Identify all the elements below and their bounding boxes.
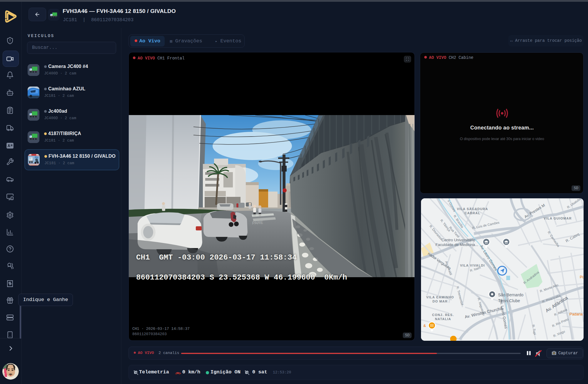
svg-text:Centro Universitário: Centro Universitário [442,238,475,242]
svg-text:CABRAL: CABRAL [465,211,480,215]
svg-text:VILA CAMINHO: VILA CAMINHO [426,295,454,299]
svg-text:São Bernardo: São Bernardo [498,292,524,297]
svg-text:&: & [423,323,426,328]
svg-text:NATALIA: NATALIA [435,317,451,321]
svg-text:VILA GUIOMAR: VILA GUIOMAR [544,217,572,220]
svg-text:Faculdade de Medicina...: Faculdade de Medicina... [435,242,478,247]
svg-text:DO MAR: DO MAR [432,300,448,303]
svg-text:VILA SACADURA: VILA SACADURA [457,207,488,211]
svg-text:Padaria: Padaria [569,312,583,316]
svg-text:Pizz: Pizz [580,275,584,279]
svg-text:CONJ. RES.: CONJ. RES. [432,313,454,317]
svg-text:PARE: PARE [252,220,263,225]
svg-text:VILA VIVALDI: VILA VIVALDI [460,264,485,267]
